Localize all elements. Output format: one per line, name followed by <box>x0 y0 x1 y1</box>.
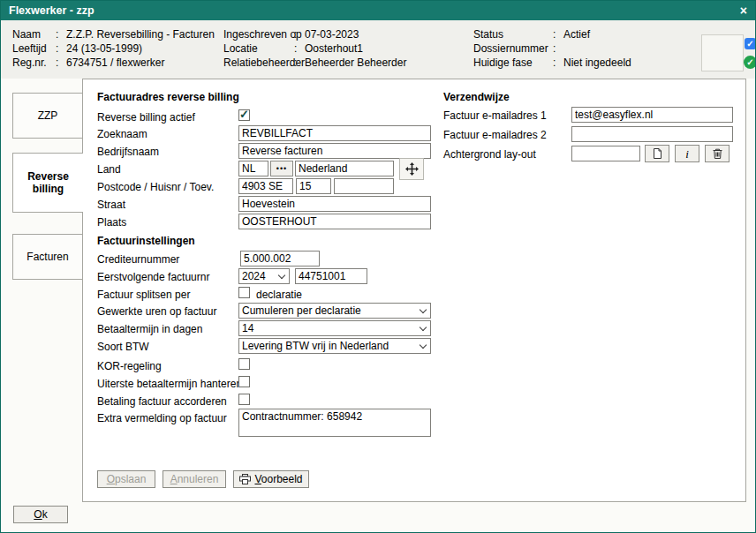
betaaltermijn-label: Betaaltermijn in dagen <box>97 323 202 335</box>
check-icon: ✓ <box>746 57 753 67</box>
check-icon: ✓ <box>239 108 249 121</box>
button-label: Opslaan <box>107 473 147 485</box>
chevron-down-icon <box>420 305 427 312</box>
ingeschreven-value: 07-03-2023 <box>305 28 359 41</box>
info-header: NaamZ.Z.P. Reversebilling - Facturen Lee… <box>1 20 755 79</box>
info-row-ingeschreven: Ingeschreven op07-03-2023 <box>223 27 406 41</box>
reverse-billing-panel: Factuuradres reverse billing Reverse bil… <box>82 79 746 502</box>
info-column-2: Ingeschreven op07-03-2023 LocatieOosterh… <box>223 27 406 70</box>
colon <box>294 56 305 69</box>
naam-value: Z.Z.P. Reversebilling - Facturen <box>66 28 215 41</box>
leeftijd-label: Leeftijd <box>12 42 56 55</box>
voorbeeld-button[interactable]: Voorbeeld <box>233 470 309 488</box>
land-name-input[interactable] <box>295 161 394 176</box>
factuur-email2-input[interactable] <box>571 126 733 142</box>
regnr-label: Reg.nr. <box>12 56 56 69</box>
factuur-email1-input[interactable] <box>571 107 733 123</box>
factuurnummer-input[interactable] <box>295 268 367 284</box>
huidige-fase-label: Huidige fase <box>473 56 553 69</box>
titlebar[interactable]: Flexwerker - zzp × <box>1 1 755 20</box>
tab-label: Reverse billing <box>13 170 83 195</box>
colon <box>553 42 563 55</box>
land-browse-button[interactable]: ••• <box>270 161 293 176</box>
chevron-down-icon <box>278 271 285 278</box>
opslaan-button[interactable]: Opslaan <box>97 470 155 488</box>
layout-select-button[interactable] <box>645 145 669 162</box>
extra-vermelding-textarea[interactable]: Contractnummer: 658942 <box>238 409 431 437</box>
achtergrond-layout-input[interactable] <box>571 146 640 161</box>
tab-label: ZZP <box>38 109 58 122</box>
uiterste-betaaltermijn-checkbox[interactable] <box>238 376 250 387</box>
close-icon[interactable]: × <box>740 4 747 17</box>
reverse-billing-actief-label: Reverse billing actief <box>97 111 195 124</box>
soort-btw-label: Soort BTW <box>97 341 149 353</box>
info-row-locatie: LocatieOosterhout1 <box>223 41 406 56</box>
status-ok-icon: ✓ <box>744 56 756 69</box>
colon <box>553 56 563 69</box>
factuurjaar-select[interactable]: 2024 <box>238 268 290 284</box>
postcode-label: Postcode / Huisnr / Toev. <box>97 181 214 193</box>
soort-btw-value: Levering BTW vrij in Nederland <box>242 340 417 352</box>
achtergrond-layout-label: Achtergrond lay-out <box>443 148 536 161</box>
info-row-naam: NaamZ.Z.P. Reversebilling - Facturen <box>12 27 215 41</box>
selected-checkbox[interactable]: ✓ <box>745 38 756 49</box>
kor-regeling-label: KOR-regeling <box>97 360 162 372</box>
info-column-3: StatusActief Dossiernummer Huidige faseN… <box>473 27 631 70</box>
uiterste-betaaltermijn-label: Uiterste betaaltermijn hanteren <box>97 378 242 390</box>
huisnr-input[interactable] <box>296 178 331 194</box>
factuur-splitsen-checkbox[interactable] <box>238 287 250 298</box>
info-row-status: StatusActief <box>473 27 631 41</box>
bedrijfsnaam-input[interactable] <box>238 143 431 159</box>
zoeknaam-input[interactable] <box>238 125 431 141</box>
postcode-input[interactable] <box>238 178 293 194</box>
plaats-input[interactable] <box>238 214 431 229</box>
button-label: Annuleren <box>170 473 219 485</box>
crediteurnummer-input[interactable] <box>240 251 320 266</box>
chevron-down-icon <box>420 323 427 330</box>
land-code-input[interactable] <box>238 161 268 176</box>
kor-regeling-checkbox[interactable] <box>238 358 250 370</box>
plaats-label: Plaats <box>97 216 126 229</box>
factuurjaar-value: 2024 <box>242 270 276 282</box>
relatiebeheerder-value: Beheerder Beheerder <box>305 56 406 69</box>
tab-facturen[interactable]: Facturen <box>12 234 83 280</box>
info-row-regnr: Reg.nr.6734751 / flexwerker <box>12 56 215 70</box>
photo-placeholder <box>701 34 744 71</box>
info-row-huidige-fase: Huidige faseNiet ingedeeld <box>473 56 631 70</box>
betaling-accorderen-checkbox[interactable] <box>238 394 250 405</box>
tab-zzp[interactable]: ZZP <box>12 93 83 139</box>
colon <box>56 56 66 69</box>
leeftijd-value: 24 (13-05-1999) <box>66 42 142 55</box>
flexwerker-window: Flexwerker - zzp × NaamZ.Z.P. Reversebil… <box>0 0 756 533</box>
info-row-relatiebeheerder: RelatiebeheerderBeheerder Beheerder <box>223 56 406 70</box>
bedrijfsnaam-label: Bedrijfsnaam <box>97 146 159 158</box>
factuur-splitsen-label: Factuur splitsen per <box>97 289 190 301</box>
status-value: Actief <box>563 28 590 41</box>
info-row-dossiernummer: Dossiernummer <box>473 41 631 56</box>
ingeschreven-label: Ingeschreven op <box>223 28 294 41</box>
straat-input[interactable] <box>238 196 431 212</box>
layout-delete-button[interactable] <box>705 145 730 162</box>
locatie-label: Locatie <box>223 42 294 55</box>
toevoeging-input[interactable] <box>334 178 394 194</box>
colon <box>56 42 66 55</box>
colon <box>294 42 305 55</box>
land-move-button[interactable] <box>399 158 424 180</box>
gewerkte-uren-select[interactable]: Cumuleren per declaratie <box>238 303 431 319</box>
tab-label: Facturen <box>26 251 68 263</box>
tab-reverse-billing[interactable]: Reverse billing <box>12 153 83 213</box>
layout-info-button[interactable]: i <box>675 145 699 162</box>
annuleren-button[interactable]: Annuleren <box>163 470 226 488</box>
soort-btw-select[interactable]: Levering BTW vrij in Nederland <box>238 338 431 354</box>
ok-button[interactable]: Ok <box>13 506 68 523</box>
trash-icon <box>713 148 722 159</box>
betaaltermijn-value: 14 <box>242 322 417 334</box>
crediteurnummer-label: Crediteurnummer <box>97 253 179 266</box>
reverse-billing-actief-checkbox[interactable]: ✓ <box>238 109 250 121</box>
colon <box>553 28 563 41</box>
betaaltermijn-select[interactable]: 14 <box>238 320 431 336</box>
print-preview-icon <box>239 474 251 484</box>
check-icon: ✓ <box>746 39 753 49</box>
relatiebeheerder-label: Relatiebeheerder <box>223 56 294 69</box>
factuurnr-label: Eerstvolgende factuurnr <box>97 271 209 283</box>
